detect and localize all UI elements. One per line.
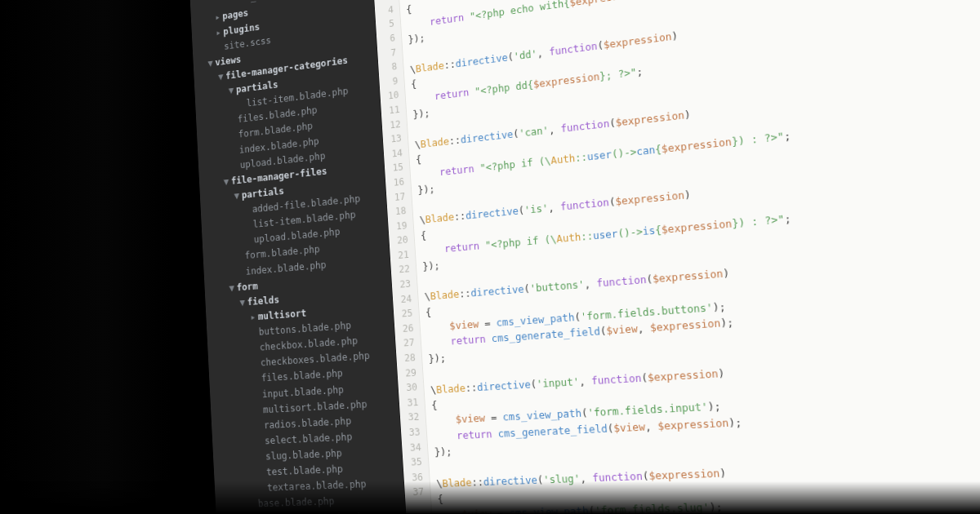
code-area[interactable]: 1234567891011121314151617181920212223242…	[372, 0, 980, 514]
blank-icon	[252, 363, 260, 364]
chevron-right-icon[interactable]: ▸	[214, 11, 221, 25]
token: ,	[584, 277, 597, 290]
token: ::	[581, 229, 594, 242]
token: ::	[459, 287, 471, 300]
token: }) : ?>"	[732, 213, 786, 230]
token: function	[591, 371, 642, 387]
token	[427, 335, 451, 349]
token: $view	[455, 412, 485, 426]
line-number: 16	[385, 175, 407, 191]
chevron-down-icon[interactable]: ▼	[238, 295, 246, 310]
line-number: 29	[397, 365, 418, 381]
chevron-right-icon[interactable]: ▸	[249, 310, 257, 325]
token: });	[408, 31, 425, 45]
chevron-down-icon[interactable]: ▼	[207, 56, 214, 70]
blank-icon	[252, 348, 259, 348]
token: $expression	[657, 416, 729, 432]
blank-icon	[246, 240, 253, 241]
token: )	[723, 267, 730, 280]
token: ::	[448, 134, 461, 147]
token: ()->	[617, 225, 644, 240]
token: {	[406, 3, 412, 16]
token	[433, 429, 457, 442]
token: return	[430, 11, 465, 27]
token: $view	[606, 322, 638, 337]
token: $view	[449, 318, 479, 332]
token	[412, 91, 435, 105]
chevron-down-icon[interactable]: ▼	[217, 69, 225, 84]
token: );	[707, 400, 721, 414]
token: return	[434, 86, 470, 102]
bezel	[0, 481, 980, 514]
token: Blade	[430, 288, 459, 302]
token: $expression	[653, 268, 724, 286]
line-number: 22	[390, 262, 412, 278]
chevron-down-icon[interactable]: ▼	[227, 83, 234, 98]
line-number: 27	[395, 335, 416, 352]
token: });	[428, 352, 446, 365]
code-lines[interactable]: <?php \Blade::directive('datetime', func…	[397, 0, 980, 514]
line-number: 18	[387, 203, 408, 219]
token: is	[642, 224, 656, 238]
token: $view	[613, 420, 646, 434]
token: ::	[453, 210, 466, 223]
blank-icon	[237, 256, 244, 257]
token: return	[457, 428, 492, 441]
bezel	[0, 0, 172, 514]
token: can	[636, 144, 656, 157]
token: Blade	[425, 211, 454, 226]
token: 'can'	[519, 123, 549, 139]
token: });	[417, 182, 435, 196]
tree-label: test.blade.php	[266, 462, 344, 479]
line-number: 34	[402, 440, 423, 455]
line-number: 31	[399, 395, 420, 411]
token: )	[684, 108, 691, 121]
scene: _tabs.scss_toggle.scss_vuejs.scss▸pages▸…	[0, 0, 980, 514]
chevron-down-icon[interactable]: ▼	[228, 281, 235, 295]
token: ()->	[611, 145, 636, 160]
token: $expression	[648, 467, 720, 482]
tree-label: fields	[247, 293, 279, 309]
token: ,	[548, 201, 561, 214]
tree-label: form	[236, 279, 258, 295]
blank-icon	[230, 135, 237, 136]
token: {	[421, 229, 427, 241]
token: );	[712, 300, 726, 314]
blank-icon	[251, 332, 258, 333]
token: cms_view_path	[502, 407, 581, 423]
token: );	[728, 415, 742, 429]
token: {	[431, 399, 438, 411]
token: {	[411, 78, 417, 90]
token: Blade	[436, 382, 466, 396]
token: function	[596, 273, 647, 290]
token: Blade	[420, 135, 449, 149]
token: ,	[637, 321, 651, 335]
line-number: 25	[394, 306, 415, 322]
token: $expression	[649, 317, 720, 334]
token: user	[586, 148, 612, 163]
editor-window: _tabs.scss_toggle.scss_vuejs.scss▸pages▸…	[189, 0, 980, 514]
token: ::	[443, 58, 456, 71]
token: =	[484, 411, 503, 424]
token: directive	[477, 378, 532, 393]
token: ,	[579, 374, 592, 388]
chevron-down-icon[interactable]: ▼	[233, 188, 240, 203]
editor-pane: main.js×blade-directives.php×gulpfile.js…	[371, 0, 980, 514]
chevron-right-icon[interactable]: ▸	[215, 25, 222, 40]
token: function	[560, 197, 610, 214]
token: ::	[575, 151, 588, 164]
line-number: 20	[389, 233, 410, 249]
token: {	[425, 306, 432, 318]
token: Blade	[415, 59, 444, 74]
blank-icon	[245, 225, 252, 226]
token: directive	[466, 205, 519, 222]
token: user	[593, 228, 618, 242]
chevron-down-icon[interactable]: ▼	[222, 175, 229, 189]
file-tree[interactable]: _tabs.scss_toggle.scss_vuejs.scss▸pages▸…	[189, 0, 411, 514]
blank-icon	[216, 47, 222, 47]
blank-icon	[229, 120, 236, 121]
token	[407, 16, 430, 30]
line-number: 26	[394, 321, 416, 337]
blank-icon	[244, 210, 252, 210]
token: \	[405, 0, 412, 1]
